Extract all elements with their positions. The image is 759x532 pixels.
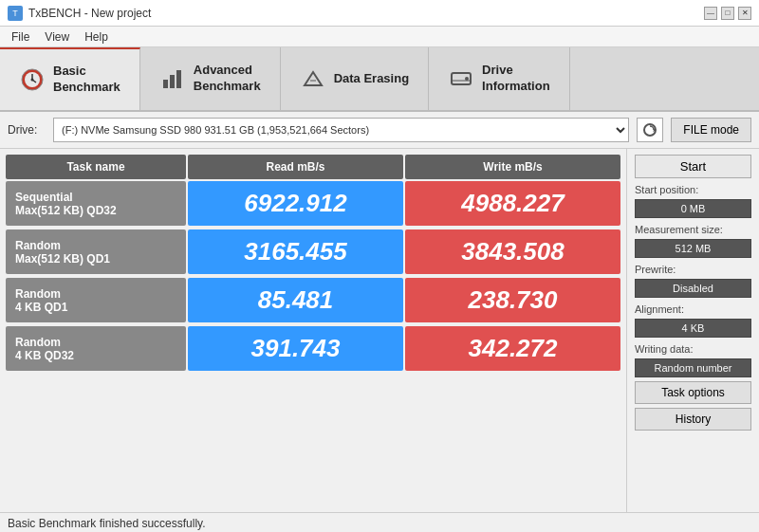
right-panel: Start Start position: 0 MB Measurement s…: [626, 149, 759, 512]
tab-bar: BasicBenchmark AdvancedBenchmark Data Er…: [0, 47, 759, 112]
bench-read-sequential: 6922.912: [188, 181, 403, 226]
measurement-size-value: 512 MB: [635, 239, 751, 258]
task-options-button[interactable]: Task options: [635, 381, 751, 404]
bench-write-random-4k-qd1: 238.730: [405, 278, 620, 322]
bench-row-random-4k-qd1: Random4 KB QD1 85.481 238.730: [6, 278, 620, 322]
bench-write-sequential: 4988.227: [405, 181, 620, 226]
svg-rect-7: [176, 70, 181, 88]
writing-data-label: Writing data:: [635, 343, 751, 355]
status-text: Basic Benchmark finished successfully.: [8, 517, 206, 530]
menu-bar: File View Help: [0, 27, 759, 47]
start-position-label: Start position:: [635, 184, 751, 195]
main-content: Task name Read mB/s Write mB/s Sequentia…: [0, 149, 759, 512]
bench-name-random-512: RandomMax(512 KB) QD1: [6, 229, 186, 274]
svg-point-12: [465, 77, 469, 81]
drive-refresh-button[interactable]: [637, 118, 663, 142]
header-task-name: Task name: [6, 155, 186, 179]
tab-basic-label: BasicBenchmark: [53, 64, 120, 96]
svg-marker-8: [305, 72, 322, 85]
tab-basic-benchmark[interactable]: BasicBenchmark: [0, 47, 140, 110]
drive-row: Drive: (F:) NVMe Samsung SSD 980 931.51 …: [0, 112, 759, 149]
tab-erasing-label: Data Erasing: [334, 71, 409, 87]
svg-point-4: [31, 79, 34, 82]
bench-write-random-4k-qd32: 342.272: [405, 326, 620, 371]
eraser-icon: [300, 65, 326, 92]
history-button[interactable]: History: [635, 408, 751, 431]
bench-header-row: Task name Read mB/s Write mB/s: [6, 155, 620, 179]
bench-name-random-4k-qd32: Random4 KB QD32: [6, 326, 186, 371]
drive-icon: [448, 65, 474, 92]
bench-row-random-512: RandomMax(512 KB) QD1 3165.455 3843.508: [6, 229, 620, 274]
menu-file[interactable]: File: [4, 28, 37, 45]
menu-help[interactable]: Help: [77, 28, 116, 45]
file-mode-button[interactable]: FILE mode: [671, 118, 751, 142]
bench-name-sequential: SequentialMax(512 KB) QD32: [6, 181, 186, 226]
window-controls[interactable]: — □ ✕: [704, 7, 751, 20]
tab-data-erasing[interactable]: Data Erasing: [281, 47, 429, 110]
title-bar: T TxBENCH - New project — □ ✕: [0, 0, 759, 27]
tab-drive-information[interactable]: DriveInformation: [429, 47, 570, 110]
bench-read-random-4k-qd32: 391.743: [188, 326, 403, 371]
menu-view[interactable]: View: [37, 28, 77, 45]
tab-advanced-label: AdvancedBenchmark: [194, 63, 261, 95]
alignment-label: Alignment:: [635, 303, 751, 315]
header-write: Write mB/s: [405, 155, 620, 179]
benchmark-area: Task name Read mB/s Write mB/s Sequentia…: [0, 149, 626, 512]
drive-select[interactable]: (F:) NVMe Samsung SSD 980 931.51 GB (1,9…: [53, 118, 629, 142]
app-icon: T: [8, 6, 23, 21]
alignment-value: 4 KB: [635, 319, 751, 338]
measurement-size-label: Measurement size:: [635, 224, 751, 235]
drive-label: Drive:: [8, 123, 46, 137]
refresh-icon: [642, 122, 657, 138]
bench-row-random-4k-qd32: Random4 KB QD32 391.743 342.272: [6, 326, 620, 371]
minimize-button[interactable]: —: [704, 7, 717, 20]
maximize-button[interactable]: □: [721, 7, 734, 20]
title-bar-left: T TxBENCH - New project: [8, 6, 151, 21]
bench-row-sequential: SequentialMax(512 KB) QD32 6922.912 4988…: [6, 181, 620, 226]
start-button[interactable]: Start: [635, 155, 751, 178]
prewrite-value: Disabled: [635, 279, 751, 298]
svg-rect-6: [170, 75, 175, 88]
start-position-value: 0 MB: [635, 199, 751, 218]
header-read: Read mB/s: [188, 155, 403, 179]
clock-icon: [19, 66, 46, 93]
close-button[interactable]: ✕: [738, 7, 751, 20]
chart-icon: [159, 65, 186, 92]
prewrite-label: Prewrite:: [635, 264, 751, 275]
tab-drive-label: DriveInformation: [482, 63, 550, 95]
bench-read-random-512: 3165.455: [188, 229, 403, 274]
tab-advanced-benchmark[interactable]: AdvancedBenchmark: [140, 47, 281, 110]
status-bar: Basic Benchmark finished successfully.: [0, 512, 759, 532]
svg-rect-5: [163, 80, 168, 88]
bench-read-random-4k-qd1: 85.481: [188, 278, 403, 322]
bench-name-random-4k-qd1: Random4 KB QD1: [6, 278, 186, 322]
window-title: TxBENCH - New project: [28, 7, 151, 20]
writing-data-value: Random number: [635, 358, 751, 377]
bench-write-random-512: 3843.508: [405, 229, 620, 274]
